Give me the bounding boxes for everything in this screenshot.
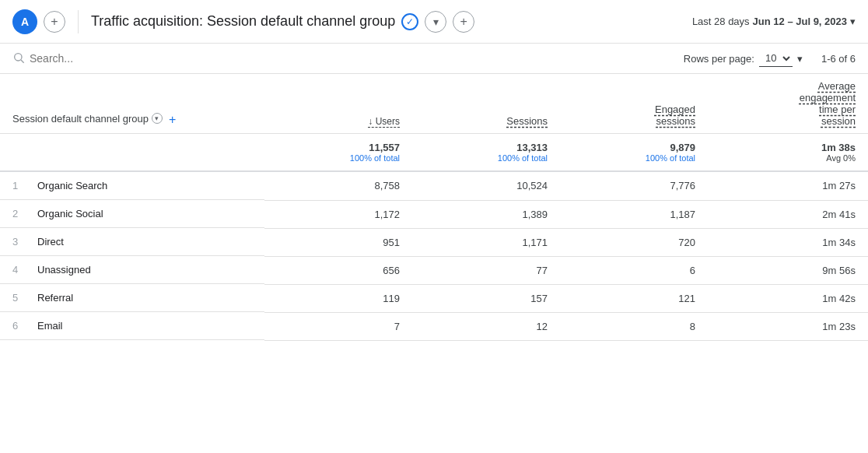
- row-sessions-1: 10,524: [412, 171, 560, 200]
- row-avg-5: 1m 42s: [708, 284, 868, 312]
- data-table: Session default channel group ▾ + ↓ User…: [0, 74, 868, 341]
- row-users-4: 656: [264, 256, 412, 284]
- table-row: 6 Email 7 12 8 1m 23s: [0, 312, 868, 340]
- col-header-avg-engagement: Averageengagementtime persession: [708, 74, 868, 134]
- row-sessions-3: 1,171: [412, 228, 560, 256]
- row-number: 3: [12, 236, 25, 248]
- header-divider: [78, 10, 79, 33]
- totals-engaged: 9,879 100% of total: [560, 134, 708, 172]
- col-header-engaged-sessions: Engagedsessions: [560, 74, 708, 134]
- row-users-5: 119: [264, 284, 412, 312]
- row-label: Email: [37, 320, 63, 332]
- dimension-header-label: Session default channel group: [12, 113, 149, 125]
- row-sessions-5: 157: [412, 284, 560, 312]
- totals-avg: 1m 38s Avg 0%: [708, 134, 868, 172]
- col-header-users: ↓ Users: [264, 74, 412, 134]
- row-users-1: 8,758: [264, 171, 412, 200]
- row-dimension-6: 6 Email: [0, 312, 264, 340]
- table-row: 2 Organic Social 1,172 1,389 1,187 2m 41…: [0, 200, 868, 228]
- totals-sessions: 13,313 100% of total: [412, 134, 560, 172]
- avatar: A: [12, 9, 37, 34]
- row-number: 1: [12, 180, 25, 191]
- col-header-sessions: Sessions: [412, 74, 560, 134]
- row-engaged-4: 6: [560, 256, 708, 284]
- row-engaged-1: 7,776: [560, 171, 708, 200]
- data-table-container: Session default channel group ▾ + ↓ User…: [0, 74, 868, 341]
- row-label: Referral: [37, 292, 73, 304]
- add-column-button[interactable]: +: [169, 113, 176, 127]
- svg-line-1: [21, 60, 24, 63]
- row-users-2: 1,172: [264, 200, 412, 228]
- row-dimension-2: 2 Organic Social: [0, 200, 264, 228]
- title-dropdown-button[interactable]: ▾: [425, 11, 446, 33]
- row-engaged-2: 1,187: [560, 200, 708, 228]
- table-row: 4 Unassigned 656 77 6 9m 56s: [0, 256, 868, 284]
- row-users-3: 951: [264, 228, 412, 256]
- row-number: 4: [12, 264, 25, 276]
- pagination-info: 1-6 of 6: [821, 53, 856, 65]
- totals-row: 11,557 100% of total 13,313 100% of tota…: [0, 134, 868, 172]
- date-range-selector[interactable]: Last 28 days Jun 12 – Jul 9, 2023 ▾: [692, 16, 856, 27]
- rows-per-page-control: Rows per page: 10 25 50 ▾: [684, 50, 803, 67]
- col-header-dimension: Session default channel group ▾ +: [0, 74, 264, 134]
- totals-dimension: [0, 134, 264, 172]
- table-row: 3 Direct 951 1,171 720 1m 34s: [0, 228, 868, 256]
- row-engaged-6: 8: [560, 312, 708, 340]
- search-icon: [12, 51, 25, 66]
- row-label: Organic Social: [37, 208, 103, 219]
- date-label: Last 28 days: [692, 16, 750, 27]
- row-sessions-6: 12: [412, 312, 560, 340]
- row-avg-3: 1m 34s: [708, 228, 868, 256]
- filter-icon[interactable]: ▾: [152, 113, 163, 124]
- row-dimension-1: 1 Organic Search: [0, 172, 264, 200]
- svg-point-0: [15, 53, 22, 60]
- date-dropdown-icon: ▾: [850, 16, 856, 27]
- header-bar: A + Traffic acquisition: Session default…: [0, 0, 868, 44]
- table-header-row: Session default channel group ▾ + ↓ User…: [0, 74, 868, 134]
- date-range-text: Jun 12 – Jul 9, 2023: [753, 16, 847, 27]
- row-avg-6: 1m 23s: [708, 312, 868, 340]
- row-label: Organic Search: [37, 180, 107, 191]
- table-row: 5 Referral 119 157 121 1m 42s: [0, 284, 868, 312]
- row-dimension-4: 4 Unassigned: [0, 256, 264, 284]
- rows-per-page-select[interactable]: 10 25 50: [759, 50, 793, 67]
- row-dimension-5: 5 Referral: [0, 284, 264, 312]
- row-number: 2: [12, 208, 25, 219]
- dropdown-arrow-icon: ▾: [797, 53, 803, 65]
- toolbar-row: Rows per page: 10 25 50 ▾ 1-6 of 6: [0, 44, 868, 74]
- add-report-button[interactable]: +: [453, 11, 474, 33]
- row-engaged-3: 720: [560, 228, 708, 256]
- search-input[interactable]: [30, 52, 185, 65]
- row-dimension-3: 3 Direct: [0, 228, 264, 256]
- row-label: Unassigned: [37, 264, 91, 276]
- rows-per-page-label: Rows per page:: [684, 53, 754, 65]
- row-sessions-2: 1,389: [412, 200, 560, 228]
- add-tab-button[interactable]: +: [44, 11, 65, 33]
- row-label: Direct: [37, 236, 64, 248]
- verified-icon: ✓: [401, 13, 418, 30]
- row-avg-2: 2m 41s: [708, 200, 868, 228]
- row-number: 6: [12, 320, 25, 332]
- search-box: [12, 51, 674, 66]
- row-number: 5: [12, 292, 25, 304]
- row-avg-4: 9m 56s: [708, 256, 868, 284]
- row-users-6: 7: [264, 312, 412, 340]
- totals-users: 11,557 100% of total: [264, 134, 412, 172]
- page-title: Traffic acquisition: Session default cha…: [91, 11, 474, 33]
- row-avg-1: 1m 27s: [708, 171, 868, 200]
- row-sessions-4: 77: [412, 256, 560, 284]
- table-row: 1 Organic Search 8,758 10,524 7,776 1m 2…: [0, 171, 868, 200]
- row-engaged-5: 121: [560, 284, 708, 312]
